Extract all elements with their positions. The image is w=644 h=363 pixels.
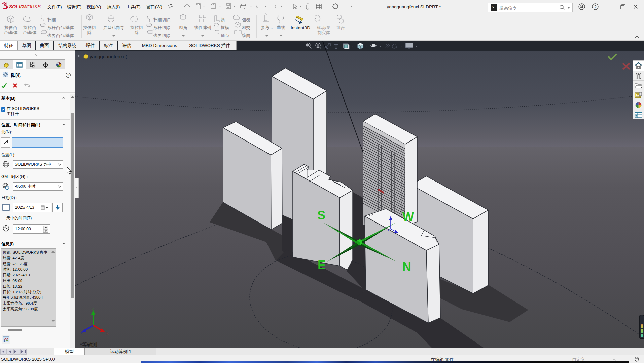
svg-text:yangguangfenxi (...: yangguangfenxi (... [90, 54, 131, 59]
svg-text:Y: Y [91, 307, 94, 312]
svg-text:*等轴测: *等轴测 [80, 341, 97, 347]
svg-text:?: ? [67, 73, 69, 77]
svg-text:z: z [81, 330, 83, 335]
svg-text:N: N [402, 260, 411, 274]
svg-text:SOLID: SOLID [9, 4, 24, 9]
svg-text:E: E [318, 258, 326, 272]
svg-text:WORKS: WORKS [23, 4, 41, 9]
svg-text:S: S [317, 208, 325, 222]
svg-text:?: ? [594, 5, 597, 9]
svg-text:W: W [402, 210, 414, 224]
svg-text:x: x [106, 331, 109, 336]
